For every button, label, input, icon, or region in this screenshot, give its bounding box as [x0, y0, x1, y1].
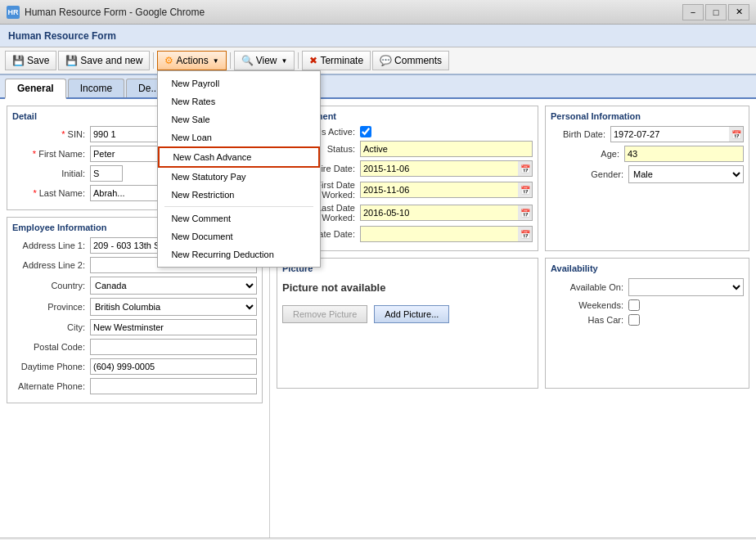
toolbar-sep-2	[230, 52, 231, 69]
birth-date-field: 📅	[610, 126, 744, 142]
country-label: Country:	[12, 281, 90, 290]
actions-button[interactable]: ⚙ Actions ▼	[157, 51, 226, 70]
city-label: City:	[12, 322, 90, 332]
add-picture-button[interactable]: Add Picture...	[374, 305, 449, 323]
actions-dropdown-arrow: ▼	[213, 57, 219, 65]
actions-menu: New Payroll New Rates New Sale New Loan …	[157, 70, 321, 268]
age-label: Age:	[551, 149, 624, 159]
menu-item-new-rates[interactable]: New Rates	[158, 92, 320, 110]
has-car-checkbox[interactable]	[628, 314, 640, 326]
first-date-calendar-btn[interactable]: 📅	[518, 182, 533, 198]
personal-section: Personal Information Birth Date: 📅 Age: …	[545, 106, 749, 251]
last-date-input[interactable]	[360, 205, 518, 221]
last-name-label: Last Name:	[12, 188, 90, 198]
tab-bar: General Income De... Tax Other Info	[0, 75, 756, 99]
available-on-label: Available On:	[551, 282, 628, 292]
status-input[interactable]	[360, 141, 533, 157]
first-date-input[interactable]	[360, 182, 518, 198]
first-name-label: First Name:	[12, 149, 90, 159]
view-button[interactable]: 🔍 View ▼	[234, 51, 295, 70]
picture-not-available-text: Picture not available	[282, 281, 533, 294]
first-date-field: 📅	[360, 182, 533, 198]
comments-button[interactable]: 💬 Comments	[372, 51, 449, 70]
address2-label: Address Line 2:	[12, 260, 90, 270]
terminate-date-input[interactable]	[360, 226, 518, 242]
menu-item-new-loan[interactable]: New Loan	[158, 128, 320, 146]
daytime-phone-input[interactable]	[90, 358, 257, 375]
app-title: Human Resource Form	[8, 30, 116, 42]
right-bottom: Picture Picture not available Remove Pic…	[277, 258, 749, 389]
menu-item-new-recurring-deduction[interactable]: New Recurring Deduction	[158, 245, 320, 263]
personal-title: Personal Information	[551, 111, 744, 121]
toolbar: 💾 Save 💾 Save and new ⚙ Actions ▼ New Pa…	[0, 47, 756, 75]
gender-label: Gender:	[551, 169, 628, 179]
hire-date-calendar-btn[interactable]: 📅	[518, 160, 533, 177]
has-car-label: Has Car:	[551, 315, 628, 325]
weekends-checkbox[interactable]	[628, 299, 640, 311]
terminate-date-field: 📅	[360, 226, 533, 242]
window-title: Human Resource Form - Google Chrome	[25, 7, 677, 18]
terminate-date-calendar-btn[interactable]: 📅	[518, 226, 533, 242]
tab-general[interactable]: General	[5, 79, 66, 99]
has-car-row: Has Car:	[551, 314, 744, 326]
right-panel: Employment Is Active: Status: Hire Date:…	[270, 99, 756, 538]
close-btn[interactable]: ✕	[728, 4, 749, 20]
last-date-calendar-btn[interactable]: 📅	[518, 205, 533, 221]
alternate-phone-input[interactable]	[90, 378, 257, 394]
menu-item-new-restriction[interactable]: New Restriction	[158, 186, 320, 204]
weekends-row: Weekends:	[551, 299, 744, 311]
app-icon: HR	[7, 6, 20, 19]
gender-row: Gender: Male Female	[551, 165, 744, 183]
available-on-row: Available On:	[551, 278, 744, 296]
minimize-btn[interactable]: −	[682, 4, 704, 20]
birth-date-calendar-btn[interactable]: 📅	[729, 126, 744, 142]
menu-item-new-document[interactable]: New Document	[158, 227, 320, 245]
alternate-phone-row: Alternate Phone:	[12, 378, 257, 394]
daytime-phone-label: Daytime Phone:	[12, 362, 90, 371]
availability-title: Availability	[551, 263, 744, 273]
remove-picture-button[interactable]: Remove Picture	[282, 305, 367, 323]
city-input[interactable]	[90, 319, 257, 335]
postal-input[interactable]	[90, 339, 257, 355]
menu-item-new-cash-advance[interactable]: New Cash Advance	[158, 146, 320, 168]
gender-select[interactable]: Male Female	[628, 165, 744, 183]
picture-section: Picture Picture not available Remove Pic…	[277, 258, 538, 389]
view-icon: 🔍	[241, 55, 254, 66]
comments-icon: 💬	[380, 55, 392, 66]
initial-input[interactable]	[90, 165, 123, 182]
age-input[interactable]	[624, 146, 744, 162]
province-label: Province:	[12, 302, 90, 312]
initial-label: Initial:	[12, 169, 90, 178]
weekends-label: Weekends:	[551, 300, 628, 310]
menu-item-new-payroll[interactable]: New Payroll	[158, 74, 320, 92]
tab-income[interactable]: Income	[68, 79, 124, 97]
save-button[interactable]: 💾 Save	[5, 51, 56, 70]
window-controls: − □ ✕	[682, 4, 749, 20]
is-active-checkbox[interactable]	[360, 126, 371, 137]
terminate-button[interactable]: ✖ Terminate	[302, 51, 371, 70]
availability-section: Availability Available On: Weekends: Has…	[545, 258, 749, 389]
birth-date-input[interactable]	[610, 126, 729, 142]
actions-icon: ⚙	[164, 55, 173, 66]
picture-buttons: Remove Picture Add Picture...	[282, 305, 533, 323]
country-select[interactable]: Canada	[90, 277, 257, 295]
view-dropdown-arrow: ▼	[281, 57, 288, 65]
age-row: Age:	[551, 146, 744, 162]
hire-date-input[interactable]	[360, 160, 518, 177]
save-new-button[interactable]: 💾 Save and new	[58, 51, 150, 70]
country-row: Country: Canada	[12, 277, 257, 295]
menu-sep	[164, 206, 313, 207]
save-icon: 💾	[12, 55, 25, 66]
available-on-select[interactable]	[628, 278, 744, 296]
daytime-phone-row: Daytime Phone:	[12, 358, 257, 375]
birth-date-label: Birth Date:	[551, 129, 610, 139]
maximize-btn[interactable]: □	[705, 4, 727, 20]
city-row: City:	[12, 319, 257, 335]
menu-item-new-sale[interactable]: New Sale	[158, 110, 320, 128]
menu-item-new-comment[interactable]: New Comment	[158, 209, 320, 227]
save-new-icon: 💾	[65, 55, 78, 66]
sin-label: SIN:	[12, 129, 90, 139]
right-top: Employment Is Active: Status: Hire Date:…	[277, 106, 749, 251]
province-select[interactable]: British Columbia	[90, 298, 257, 316]
menu-item-new-statutory-pay[interactable]: New Statutory Pay	[158, 168, 320, 186]
